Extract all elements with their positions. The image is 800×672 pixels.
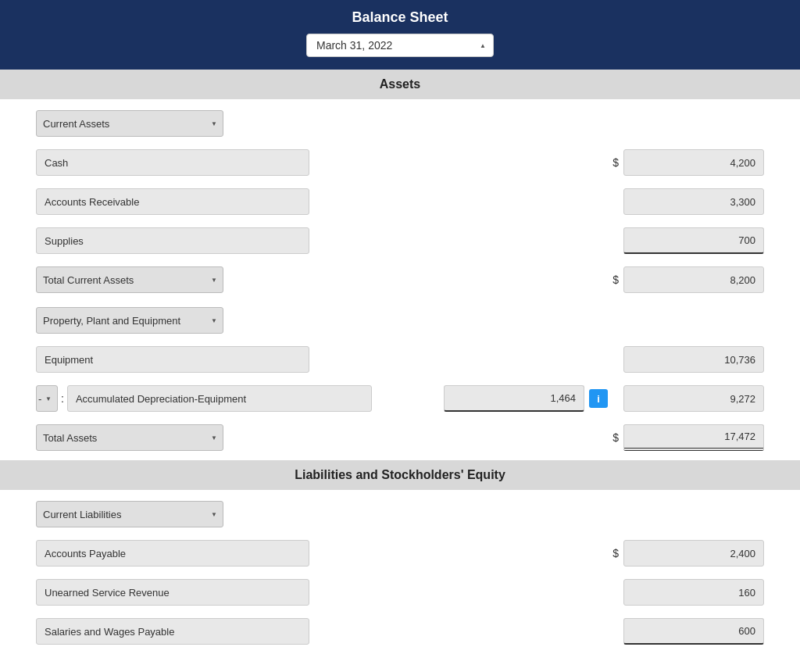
accounts-payable-label: Accounts Payable [36, 540, 309, 567]
accounts-payable-dollar: $ [612, 547, 619, 559]
unearned-service-revenue-label: Unearned Service Revenue [36, 579, 309, 606]
accounts-payable-row: Accounts Payable $ 2,400 [36, 534, 764, 573]
accum-dep-minus-select[interactable]: - [36, 385, 58, 412]
total-assets-value[interactable]: 17,472 [623, 424, 764, 451]
ppe-select-wrapper: Property, Plant and Equipment [36, 307, 223, 334]
ppe-select[interactable]: Property, Plant and Equipment [36, 307, 223, 334]
page-title: Balance Sheet [0, 9, 800, 26]
ppe-category-row: Property, Plant and Equipment [36, 301, 764, 340]
equipment-label: Equipment [36, 346, 309, 373]
accum-dep-row: - : Accumulated Depreciation-Equipment 1… [36, 379, 764, 418]
accum-dep-colon: : [61, 392, 64, 405]
cash-label: Cash [36, 149, 309, 176]
total-assets-select-wrapper: Total Assets [36, 424, 223, 451]
total-current-assets-select[interactable]: Total Current Assets [36, 266, 223, 293]
current-liabilities-select-wrapper: Current Liabilities [36, 501, 223, 527]
total-current-assets-row: Total Current Assets $ 8,200 [36, 260, 764, 301]
liabilities-content-area: Current Liabilities Accounts Payable $ 2… [0, 490, 800, 651]
cash-dollar: $ [612, 156, 619, 169]
liabilities-section-header: Liabilities and Stockholders' Equity [0, 460, 800, 490]
cash-value[interactable]: 4,200 [623, 149, 764, 176]
cash-row: Cash $ 4,200 [36, 143, 764, 182]
current-assets-select[interactable]: Current Assets [36, 110, 223, 137]
salaries-wages-payable-row: Salaries and Wages Payable 600 [36, 612, 764, 651]
current-liabilities-select[interactable]: Current Liabilities [36, 501, 223, 527]
equipment-row: Equipment 10,736 [36, 340, 764, 379]
accum-dep-minus-wrapper: - [36, 385, 58, 412]
accum-dep-info-btn[interactable]: i [589, 389, 608, 408]
total-assets-select[interactable]: Total Assets [36, 424, 223, 451]
content-area: Current Assets Cash $ 4,200 Accounts Rec… [0, 99, 800, 460]
unearned-service-revenue-value[interactable]: 160 [623, 579, 764, 606]
total-current-assets-value[interactable]: 8,200 [623, 266, 764, 293]
total-current-assets-dollar: $ [612, 273, 619, 286]
total-assets-row: Total Assets $ 17,472 [36, 418, 764, 460]
accounts-receivable-label: Accounts Receivable [36, 188, 309, 215]
supplies-value[interactable]: 700 [623, 227, 764, 254]
unearned-service-revenue-row: Unearned Service Revenue 160 [36, 573, 764, 612]
current-assets-select-wrapper: Current Assets [36, 110, 223, 137]
total-assets-dollar: $ [612, 431, 619, 444]
supplies-row: Supplies 700 [36, 221, 764, 260]
accounts-receivable-row: Accounts Receivable 3,300 [36, 182, 764, 221]
current-liabilities-category-row: Current Liabilities [36, 490, 764, 534]
balance-sheet-header: Balance Sheet March 31, 2022 [0, 0, 800, 70]
accum-dep-value[interactable]: 1,464 [444, 385, 584, 412]
accum-dep-label: Accumulated Depreciation-Equipment [67, 385, 372, 412]
accounts-receivable-value[interactable]: 3,300 [623, 188, 764, 215]
accum-dep-net-value[interactable]: 9,272 [623, 385, 764, 412]
supplies-label: Supplies [36, 227, 309, 254]
page-wrapper: Balance Sheet March 31, 2022 Assets Curr… [0, 0, 800, 672]
accounts-payable-value[interactable]: 2,400 [623, 540, 764, 567]
assets-section-header: Assets [0, 70, 800, 99]
date-select-wrapper: March 31, 2022 [306, 34, 494, 57]
total-current-assets-select-wrapper: Total Current Assets [36, 266, 223, 293]
salaries-wages-payable-value[interactable]: 600 [623, 618, 764, 645]
equipment-value[interactable]: 10,736 [623, 346, 764, 373]
date-select[interactable]: March 31, 2022 [306, 34, 494, 57]
current-assets-category-row: Current Assets [36, 99, 764, 143]
salaries-wages-payable-label: Salaries and Wages Payable [36, 618, 309, 645]
